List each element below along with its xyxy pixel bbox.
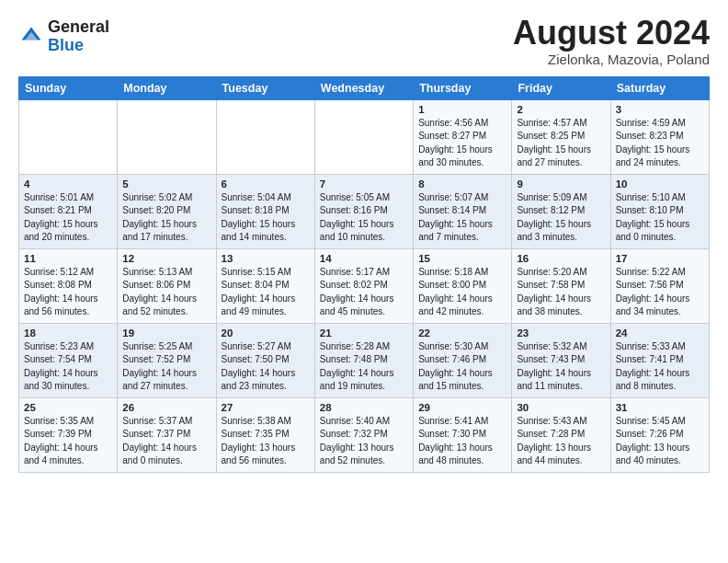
weekday-header-friday: Friday bbox=[512, 76, 610, 99]
calendar-cell: 18Sunrise: 5:23 AMSunset: 7:54 PMDayligh… bbox=[19, 323, 118, 397]
day-number: 25 bbox=[24, 402, 112, 413]
day-number: 6 bbox=[222, 178, 310, 190]
day-number: 8 bbox=[418, 178, 506, 190]
day-number: 21 bbox=[320, 327, 408, 339]
weekday-header-saturday: Saturday bbox=[610, 76, 709, 99]
day-number: 10 bbox=[616, 178, 704, 190]
day-info: Sunrise: 4:57 AMSunset: 8:25 PMDaylight:… bbox=[517, 117, 605, 170]
day-info: Sunrise: 5:41 AMSunset: 7:30 PMDaylight:… bbox=[418, 415, 506, 468]
weekday-header-thursday: Thursday bbox=[414, 76, 512, 99]
day-info: Sunrise: 4:56 AMSunset: 8:27 PMDaylight:… bbox=[418, 117, 506, 170]
calendar-cell: 31Sunrise: 5:45 AMSunset: 7:26 PMDayligh… bbox=[610, 397, 709, 472]
day-number: 29 bbox=[418, 402, 506, 413]
calendar-cell: 20Sunrise: 5:27 AMSunset: 7:50 PMDayligh… bbox=[216, 323, 314, 397]
day-number: 27 bbox=[222, 402, 310, 413]
header: General Blue August 2024 Zielonka, Mazov… bbox=[18, 15, 710, 67]
calendar-cell bbox=[216, 99, 314, 174]
day-info: Sunrise: 5:35 AMSunset: 7:39 PMDaylight:… bbox=[24, 415, 112, 468]
day-info: Sunrise: 5:27 AMSunset: 7:50 PMDaylight:… bbox=[222, 340, 310, 394]
day-info: Sunrise: 5:01 AMSunset: 8:21 PMDaylight:… bbox=[24, 191, 112, 245]
calendar-cell: 21Sunrise: 5:28 AMSunset: 7:48 PMDayligh… bbox=[314, 323, 413, 397]
day-number: 17 bbox=[616, 253, 704, 264]
day-info: Sunrise: 5:05 AMSunset: 8:16 PMDaylight:… bbox=[320, 191, 408, 245]
calendar-cell: 11Sunrise: 5:12 AMSunset: 8:08 PMDayligh… bbox=[19, 248, 118, 323]
calendar-cell: 22Sunrise: 5:30 AMSunset: 7:46 PMDayligh… bbox=[414, 323, 512, 397]
day-info: Sunrise: 5:30 AMSunset: 7:46 PMDaylight:… bbox=[418, 340, 506, 394]
day-info: Sunrise: 5:09 AMSunset: 8:12 PMDaylight:… bbox=[517, 191, 605, 245]
day-info: Sunrise: 5:20 AMSunset: 7:58 PMDaylight:… bbox=[517, 266, 605, 319]
calendar-cell: 19Sunrise: 5:25 AMSunset: 7:52 PMDayligh… bbox=[118, 323, 216, 397]
calendar-cell: 10Sunrise: 5:10 AMSunset: 8:10 PMDayligh… bbox=[610, 174, 709, 248]
day-number: 30 bbox=[517, 402, 605, 413]
day-number: 13 bbox=[222, 253, 310, 264]
day-info: Sunrise: 5:38 AMSunset: 7:35 PMDaylight:… bbox=[222, 415, 310, 468]
calendar-cell: 7Sunrise: 5:05 AMSunset: 8:16 PMDaylight… bbox=[314, 174, 413, 248]
day-number: 9 bbox=[517, 178, 605, 190]
calendar-cell bbox=[19, 99, 118, 174]
day-number: 28 bbox=[320, 402, 408, 413]
day-number: 19 bbox=[122, 327, 210, 339]
logo-general: General bbox=[48, 17, 109, 36]
day-number: 24 bbox=[616, 327, 704, 339]
day-number: 26 bbox=[122, 402, 210, 413]
day-info: Sunrise: 5:10 AMSunset: 8:10 PMDaylight:… bbox=[616, 191, 704, 245]
calendar-cell: 14Sunrise: 5:17 AMSunset: 8:02 PMDayligh… bbox=[314, 248, 413, 323]
calendar-cell: 29Sunrise: 5:41 AMSunset: 7:30 PMDayligh… bbox=[414, 397, 512, 472]
day-info: Sunrise: 5:37 AMSunset: 7:37 PMDaylight:… bbox=[122, 415, 210, 468]
day-info: Sunrise: 5:15 AMSunset: 8:04 PMDaylight:… bbox=[222, 266, 310, 319]
calendar-cell: 13Sunrise: 5:15 AMSunset: 8:04 PMDayligh… bbox=[216, 248, 314, 323]
day-number: 5 bbox=[122, 178, 210, 190]
calendar-cell: 3Sunrise: 4:59 AMSunset: 8:23 PMDaylight… bbox=[610, 99, 709, 174]
calendar-row: 25Sunrise: 5:35 AMSunset: 7:39 PMDayligh… bbox=[19, 397, 710, 472]
day-info: Sunrise: 5:23 AMSunset: 7:54 PMDaylight:… bbox=[24, 340, 112, 394]
day-number: 1 bbox=[418, 104, 506, 115]
calendar-table: SundayMondayTuesdayWednesdayThursdayFrid… bbox=[18, 76, 710, 473]
calendar-cell: 4Sunrise: 5:01 AMSunset: 8:21 PMDaylight… bbox=[19, 174, 118, 248]
calendar-cell: 26Sunrise: 5:37 AMSunset: 7:37 PMDayligh… bbox=[118, 397, 216, 472]
day-number: 4 bbox=[24, 178, 112, 190]
weekday-header-monday: Monday bbox=[118, 76, 216, 99]
day-number: 2 bbox=[517, 104, 605, 115]
logo-text: General Blue bbox=[48, 18, 109, 55]
day-info: Sunrise: 5:13 AMSunset: 8:06 PMDaylight:… bbox=[122, 266, 210, 319]
day-number: 23 bbox=[517, 327, 605, 339]
calendar-cell: 9Sunrise: 5:09 AMSunset: 8:12 PMDaylight… bbox=[512, 174, 610, 248]
title-block: August 2024 Zielonka, Mazovia, Poland bbox=[513, 15, 710, 67]
day-number: 16 bbox=[517, 253, 605, 264]
day-number: 7 bbox=[320, 178, 408, 190]
day-info: Sunrise: 5:18 AMSunset: 8:00 PMDaylight:… bbox=[418, 266, 506, 319]
day-info: Sunrise: 5:45 AMSunset: 7:26 PMDaylight:… bbox=[616, 415, 704, 468]
day-number: 3 bbox=[616, 104, 704, 115]
day-info: Sunrise: 5:40 AMSunset: 7:32 PMDaylight:… bbox=[320, 415, 408, 468]
day-info: Sunrise: 5:02 AMSunset: 8:20 PMDaylight:… bbox=[122, 191, 210, 245]
calendar-row: 18Sunrise: 5:23 AMSunset: 7:54 PMDayligh… bbox=[19, 323, 710, 397]
calendar-body: 1Sunrise: 4:56 AMSunset: 8:27 PMDaylight… bbox=[19, 99, 710, 472]
day-number: 31 bbox=[616, 402, 704, 413]
day-number: 12 bbox=[122, 253, 210, 264]
page: General Blue August 2024 Zielonka, Mazov… bbox=[0, 0, 728, 488]
day-info: Sunrise: 5:12 AMSunset: 8:08 PMDaylight:… bbox=[24, 266, 112, 319]
calendar-cell: 5Sunrise: 5:02 AMSunset: 8:20 PMDaylight… bbox=[118, 174, 216, 248]
calendar-cell: 16Sunrise: 5:20 AMSunset: 7:58 PMDayligh… bbox=[512, 248, 610, 323]
calendar-cell bbox=[314, 99, 413, 174]
day-number: 15 bbox=[418, 253, 506, 264]
page-title: August 2024 bbox=[513, 15, 710, 52]
calendar-cell: 23Sunrise: 5:32 AMSunset: 7:43 PMDayligh… bbox=[512, 323, 610, 397]
calendar-cell: 25Sunrise: 5:35 AMSunset: 7:39 PMDayligh… bbox=[19, 397, 118, 472]
day-number: 22 bbox=[418, 327, 506, 339]
weekday-header-wednesday: Wednesday bbox=[314, 76, 413, 99]
calendar-cell: 27Sunrise: 5:38 AMSunset: 7:35 PMDayligh… bbox=[216, 397, 314, 472]
calendar-cell: 2Sunrise: 4:57 AMSunset: 8:25 PMDaylight… bbox=[512, 99, 610, 174]
day-info: Sunrise: 5:28 AMSunset: 7:48 PMDaylight:… bbox=[320, 340, 408, 394]
calendar-cell bbox=[118, 99, 216, 174]
day-number: 18 bbox=[24, 327, 112, 339]
calendar-header: SundayMondayTuesdayWednesdayThursdayFrid… bbox=[19, 76, 710, 99]
logo-blue: Blue bbox=[48, 36, 84, 54]
logo-icon bbox=[18, 24, 44, 50]
calendar-row: 11Sunrise: 5:12 AMSunset: 8:08 PMDayligh… bbox=[19, 248, 710, 323]
day-info: Sunrise: 5:25 AMSunset: 7:52 PMDaylight:… bbox=[122, 340, 210, 394]
weekday-header-tuesday: Tuesday bbox=[216, 76, 314, 99]
day-info: Sunrise: 5:07 AMSunset: 8:14 PMDaylight:… bbox=[418, 191, 506, 245]
day-info: Sunrise: 5:32 AMSunset: 7:43 PMDaylight:… bbox=[517, 340, 605, 394]
page-subtitle: Zielonka, Mazovia, Poland bbox=[513, 52, 710, 67]
